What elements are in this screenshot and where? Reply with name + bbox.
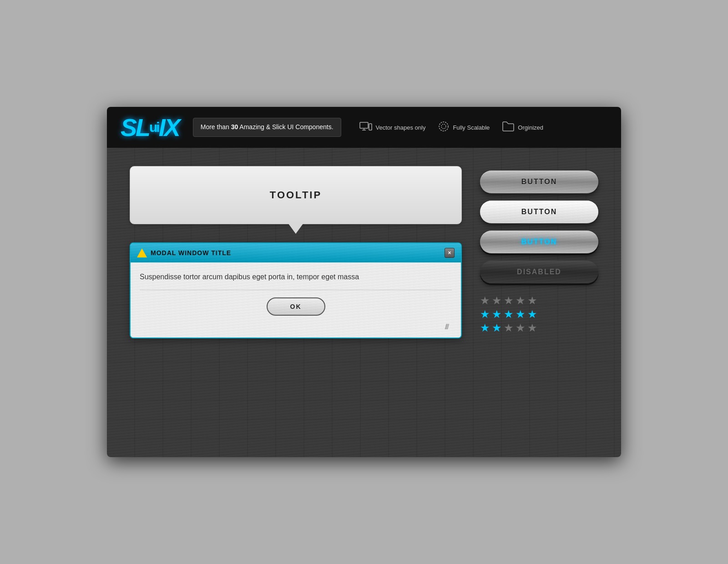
svg-rect-3 bbox=[369, 124, 372, 130]
star-2-4[interactable]: ★ bbox=[516, 309, 526, 320]
folder-icon bbox=[502, 121, 514, 134]
feature-scalable-label: Fully Scalable bbox=[453, 124, 490, 131]
feature-vector: Vector shapes only bbox=[359, 122, 426, 133]
modal-divider bbox=[140, 290, 452, 290]
button-2[interactable]: BUTTON bbox=[480, 201, 598, 223]
logo-ui: ui bbox=[149, 121, 159, 134]
tagline-number: 30 bbox=[231, 123, 238, 131]
warning-triangle-icon bbox=[137, 248, 147, 257]
star-2-3[interactable]: ★ bbox=[504, 309, 514, 320]
star-3-4[interactable]: ★ bbox=[516, 322, 526, 333]
modal-title-bar: MODAL WINDOW TITLE × bbox=[131, 243, 461, 262]
star-2-2[interactable]: ★ bbox=[492, 309, 502, 320]
logo-sl: SL bbox=[121, 115, 149, 140]
star-3-2[interactable]: ★ bbox=[492, 322, 502, 333]
star-1-5[interactable]: ★ bbox=[527, 295, 537, 306]
button-1[interactable]: BUTTON bbox=[480, 171, 598, 193]
logo-ix: IX bbox=[159, 115, 179, 140]
button-3[interactable]: BUTTON bbox=[480, 231, 598, 253]
svg-point-4 bbox=[439, 122, 448, 131]
star-3-3[interactable]: ★ bbox=[504, 322, 514, 333]
feature-organized-label: Orginized bbox=[518, 124, 543, 131]
star-1-4[interactable]: ★ bbox=[516, 295, 526, 306]
star-1-1[interactable]: ★ bbox=[480, 295, 490, 306]
modal-close-button[interactable]: × bbox=[445, 248, 455, 258]
star-1-3[interactable]: ★ bbox=[504, 295, 514, 306]
star-2-5[interactable]: ★ bbox=[527, 309, 537, 320]
monitor-icon bbox=[359, 122, 372, 133]
stars-row-3: ★ ★ ★ ★ ★ bbox=[480, 322, 598, 333]
star-3-5[interactable]: ★ bbox=[527, 322, 537, 333]
tagline-suffix: Amazing & Slick UI Components. bbox=[238, 123, 333, 131]
stars-section: ★ ★ ★ ★ ★ ★ ★ ★ ★ ★ ★ ★ ★ ★ bbox=[480, 295, 598, 333]
header-features: Vector shapes only Fully Scalable O bbox=[359, 121, 543, 134]
tagline-box: More than 30 Amazing & Slick UI Componen… bbox=[193, 118, 341, 137]
star-1-2[interactable]: ★ bbox=[492, 295, 502, 306]
modal-body: Suspendisse tortor arcum dapibus eget po… bbox=[131, 262, 461, 337]
modal-close-icon: × bbox=[448, 250, 451, 256]
button-disabled: DISABLED bbox=[480, 261, 598, 283]
stars-row-1: ★ ★ ★ ★ ★ bbox=[480, 295, 598, 306]
tooltip-component: TOOLTIP bbox=[130, 166, 462, 224]
star-2-1[interactable]: ★ bbox=[480, 309, 490, 320]
app-window: SLuiIX More than 30 Amazing & Slick UI C… bbox=[107, 107, 621, 457]
star-3-1[interactable]: ★ bbox=[480, 322, 490, 333]
modal-resize-handle: /// bbox=[140, 323, 452, 333]
stars-row-2: ★ ★ ★ ★ ★ bbox=[480, 309, 598, 320]
feature-organized: Orginized bbox=[502, 121, 543, 134]
modal-body-text: Suspendisse tortor arcum dapibus eget po… bbox=[140, 272, 452, 282]
modal-component: MODAL WINDOW TITLE × Suspendisse tortor … bbox=[130, 242, 462, 338]
header: SLuiIX More than 30 Amazing & Slick UI C… bbox=[107, 107, 621, 148]
feature-vector-label: Vector shapes only bbox=[376, 124, 426, 131]
tooltip-label: TOOLTIP bbox=[270, 189, 322, 201]
modal-ok-button[interactable]: OK bbox=[267, 297, 325, 316]
main-content: TOOLTIP MODAL WINDOW TITLE × Suspendisse… bbox=[107, 148, 621, 457]
svg-rect-0 bbox=[360, 122, 368, 128]
left-panel: TOOLTIP MODAL WINDOW TITLE × Suspendisse… bbox=[130, 166, 462, 434]
logo: SLuiIX bbox=[121, 115, 179, 140]
feature-scalable: Fully Scalable bbox=[438, 121, 490, 134]
tagline-prefix: More than bbox=[201, 123, 231, 131]
scalable-icon bbox=[438, 121, 449, 134]
svg-point-5 bbox=[441, 124, 446, 129]
modal-title-text: MODAL WINDOW TITLE bbox=[151, 249, 441, 257]
right-panel: BUTTON BUTTON BUTTON DISABLED ★ ★ ★ ★ ★ … bbox=[480, 166, 598, 434]
